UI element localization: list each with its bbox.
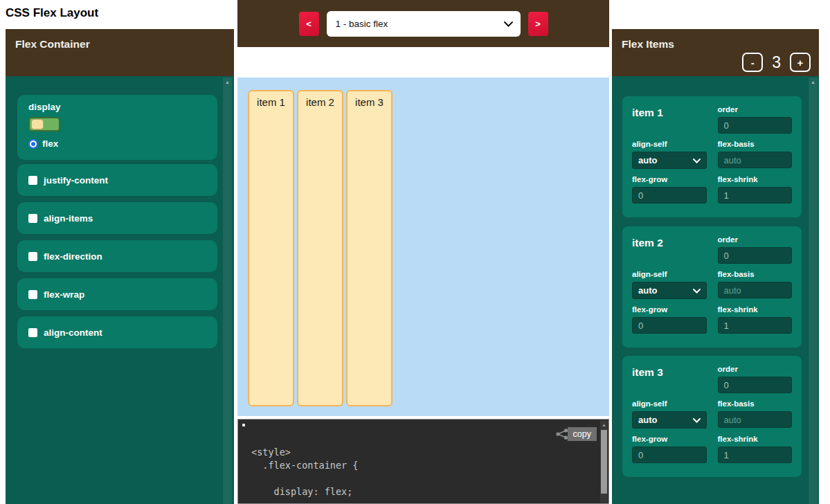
flex-radio-label: flex (42, 138, 58, 149)
code-text: <style> .flex-container { display: flex; (251, 446, 358, 498)
order-input[interactable] (718, 377, 793, 393)
right-panel-scrollbar[interactable]: ▲ (809, 78, 818, 504)
flex-direction-card[interactable]: flex-direction (17, 240, 217, 272)
flex-basis-label: flex-basis (718, 140, 793, 148)
flex-basis-input[interactable] (718, 152, 793, 168)
item-count: 3 (772, 53, 781, 72)
align-items-card[interactable]: align-items (17, 202, 217, 234)
align-self-value: auto (638, 285, 657, 296)
flex-container-panel-header: Flex Container (6, 29, 234, 76)
align-self-label: align-self (632, 399, 707, 408)
item-2-title: item 2 (632, 235, 707, 264)
flex-container-panel: Flex Container ▲ display flex justify-co… (6, 29, 234, 504)
align-items-label: align-items (44, 213, 93, 224)
chevron-down-icon (693, 418, 701, 423)
order-label: order (718, 105, 793, 114)
next-example-button[interactable]: > (528, 12, 548, 36)
align-items-checkbox[interactable] (28, 214, 37, 223)
flex-demo-container: item 1 item 2 item 3 (237, 78, 609, 416)
example-select[interactable]: 1 - basic flex (327, 11, 521, 37)
demo-flex-item-1: item 1 (248, 90, 294, 406)
flex-container-panel-title: Flex Container (15, 38, 90, 50)
app-window: CSS Flex Layout Flex Container ▲ display… (0, 0, 830, 504)
decrease-items-button[interactable]: - (742, 53, 763, 72)
chevron-down-icon (693, 159, 701, 163)
flex-radio-button[interactable] (28, 139, 38, 149)
justify-content-checkbox[interactable] (28, 176, 37, 185)
flex-shrink-label: flex-shrink (718, 435, 793, 443)
order-input[interactable] (718, 247, 793, 264)
example-nav-header: < 1 - basic flex > (237, 0, 609, 47)
share-icon[interactable] (556, 429, 568, 440)
code-viewer: <style> .flex-container { display: flex;… (237, 419, 609, 504)
align-self-select[interactable]: auto (632, 152, 707, 169)
order-label: order (718, 235, 793, 244)
flex-grow-input[interactable] (632, 447, 707, 463)
align-self-label: align-self (632, 140, 707, 148)
demo-flex-item-3: item 3 (346, 90, 393, 406)
example-select-value: 1 - basic flex (336, 19, 388, 29)
increase-items-button[interactable]: + (790, 53, 811, 72)
item-3-settings-card: item 3 order align-self auto (622, 356, 802, 477)
flex-shrink-input[interactable] (718, 447, 793, 463)
flex-basis-input[interactable] (718, 411, 793, 428)
flex-wrap-checkbox[interactable] (28, 290, 37, 299)
page-title: CSS Flex Layout (6, 6, 98, 20)
order-label: order (718, 365, 793, 373)
flex-shrink-input[interactable] (718, 317, 793, 334)
align-content-label: align-content (44, 327, 102, 338)
flex-direction-checkbox[interactable] (28, 252, 37, 261)
align-content-checkbox[interactable] (28, 328, 37, 337)
flex-shrink-label: flex-shrink (718, 305, 793, 314)
scroll-up-icon[interactable]: ▲ (600, 420, 608, 429)
item-3-title: item 3 (632, 365, 707, 393)
left-panel-scrollbar[interactable]: ▲ (223, 78, 232, 504)
demo-flex-item-2: item 2 (297, 90, 343, 406)
align-self-label: align-self (632, 270, 707, 278)
copy-button[interactable]: copy (568, 427, 597, 441)
justify-content-card[interactable]: justify-content (17, 164, 217, 196)
code-scrollbar-thumb[interactable] (601, 430, 607, 494)
code-caret-dot (242, 424, 245, 426)
toggle-knob-icon (31, 119, 44, 129)
flex-wrap-card[interactable]: flex-wrap (17, 278, 217, 310)
item-1-title: item 1 (632, 105, 707, 134)
item-count-stepper: - 3 + (742, 53, 811, 72)
flex-grow-input[interactable] (632, 187, 707, 204)
flex-container-panel-body: ▲ display flex justify-content align-ite… (6, 76, 234, 504)
flex-shrink-label: flex-shrink (718, 175, 793, 183)
chevron-down-icon (693, 289, 701, 294)
display-flex-radio-row: flex (28, 138, 206, 149)
flex-basis-input[interactable] (718, 282, 793, 298)
justify-content-label: justify-content (44, 175, 108, 186)
flex-basis-label: flex-basis (718, 270, 793, 278)
prev-example-button[interactable]: < (299, 12, 319, 36)
item-2-settings-card: item 2 order align-self auto (622, 226, 802, 348)
flex-grow-label: flex-grow (632, 175, 707, 183)
flex-grow-label: flex-grow (632, 305, 707, 314)
flex-shrink-input[interactable] (718, 187, 793, 204)
align-self-value: auto (638, 415, 657, 425)
item-1-settings-card: item 1 order align-self auto (622, 96, 802, 217)
chevron-down-icon (504, 21, 513, 27)
align-content-card[interactable]: align-content (17, 316, 217, 348)
display-label: display (28, 102, 206, 112)
flex-items-panel: Flex Items - 3 + ▲ item 1 order (612, 29, 819, 504)
display-control-card: display flex (17, 95, 217, 160)
flex-items-panel-body: ▲ item 1 order align-self auto (612, 76, 819, 504)
flex-direction-label: flex-direction (44, 251, 102, 262)
flex-grow-input[interactable] (632, 317, 707, 334)
scroll-up-icon[interactable]: ▲ (223, 78, 232, 87)
flex-grow-label: flex-grow (632, 435, 707, 443)
align-self-value: auto (638, 155, 657, 165)
flex-items-panel-title: Flex Items (622, 38, 674, 50)
order-input[interactable] (718, 117, 793, 134)
flex-items-panel-header: Flex Items - 3 + (612, 29, 819, 76)
align-self-select[interactable]: auto (632, 282, 707, 299)
display-toggle[interactable] (28, 117, 60, 132)
scroll-up-icon[interactable]: ▲ (809, 78, 818, 87)
align-self-select[interactable]: auto (632, 411, 707, 429)
flex-basis-label: flex-basis (718, 399, 793, 408)
flex-wrap-label: flex-wrap (44, 289, 84, 300)
code-scrollbar[interactable]: ▲ (600, 420, 608, 503)
